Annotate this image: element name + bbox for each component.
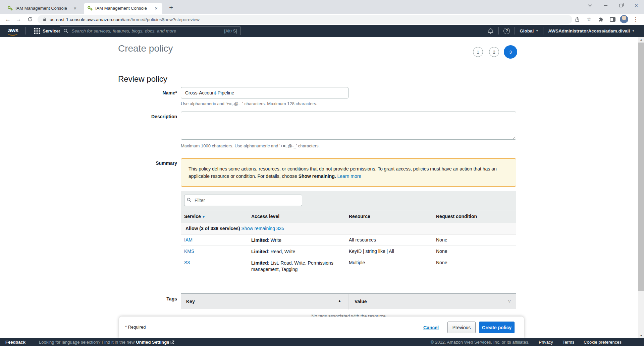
sort-descending-icon[interactable]: ▽ bbox=[508, 299, 511, 303]
services-label: Services bbox=[43, 28, 61, 33]
minimize-button[interactable] bbox=[598, 0, 613, 11]
scroll-down-arrow[interactable]: ▼ bbox=[638, 333, 644, 338]
column-header-service[interactable]: Service ▼ bbox=[184, 214, 205, 219]
cookie-preferences-link[interactable]: Cookie preferences bbox=[584, 340, 622, 345]
url-bar[interactable]: us-east-1.console.aws.amazon.com/iam/hom… bbox=[38, 15, 572, 24]
region-selector[interactable]: Global ▼ bbox=[515, 25, 543, 37]
url-domain: us-east-1.console.aws.amazon.com bbox=[50, 17, 122, 22]
resource-cell: All resources bbox=[349, 237, 376, 243]
learn-more-link[interactable]: Learn more bbox=[337, 174, 362, 179]
tab-search-icon[interactable] bbox=[582, 0, 598, 11]
side-panel-icon[interactable] bbox=[608, 15, 617, 24]
nav-right-cluster: ? Global ▼ AWSAdministratorAccess/adam.d… bbox=[483, 25, 639, 37]
profile-avatar[interactable] bbox=[620, 15, 628, 23]
allow-group-row: Allow (3 of 338 services) Show remaining… bbox=[181, 223, 516, 234]
warning-bold-text: Show remaining. bbox=[299, 174, 336, 179]
tab-close-icon[interactable]: × bbox=[72, 6, 78, 11]
terms-link[interactable]: Terms bbox=[562, 340, 574, 345]
tab-close-icon[interactable]: × bbox=[153, 6, 159, 11]
share-icon[interactable] bbox=[573, 15, 582, 24]
column-header-resource[interactable]: Resource bbox=[349, 214, 370, 219]
service-link-kms[interactable]: KMS bbox=[184, 249, 194, 254]
account-menu[interactable]: AWSAdministratorAccess/adam.divall ▼ bbox=[543, 25, 639, 37]
forward-button[interactable]: → bbox=[14, 15, 23, 24]
policy-description-textarea[interactable] bbox=[181, 112, 516, 140]
table-row: KMS Limited: Read, Write KeyID | string … bbox=[181, 246, 516, 257]
sort-ascending-icon[interactable]: ▲ bbox=[338, 299, 341, 303]
search-shortcut: [Alt+S] bbox=[224, 28, 237, 33]
browser-menu-icon[interactable]: ⋮ bbox=[631, 15, 640, 24]
table-header-row: Service ▼ Access level Resource Request … bbox=[181, 210, 516, 223]
aws-search-box[interactable]: Search for services, features, blogs, do… bbox=[60, 26, 241, 35]
tab-title: IAM Management Console bbox=[95, 6, 153, 11]
browser-tab-2-active[interactable]: IAM Management Console × bbox=[84, 3, 162, 14]
url-text: us-east-1.console.aws.amazon.com/iam/hom… bbox=[50, 17, 200, 22]
section-title: Review policy bbox=[118, 74, 167, 84]
tags-value-header[interactable]: Value bbox=[355, 299, 367, 304]
aws-top-nav: aws Services Search for services, featur… bbox=[0, 25, 644, 37]
required-note: * Required bbox=[125, 325, 146, 330]
extensions-puzzle-icon[interactable] bbox=[596, 15, 605, 24]
column-header-access-level[interactable]: Access level bbox=[251, 214, 279, 219]
lock-icon[interactable] bbox=[42, 17, 47, 22]
tab-title: IAM Management Console bbox=[15, 6, 72, 11]
show-remaining-link[interactable]: Show remaining 335 bbox=[241, 226, 284, 231]
restore-button[interactable] bbox=[613, 0, 629, 11]
browser-tab-1[interactable]: IAM Management Console × bbox=[4, 3, 81, 14]
region-label: Global bbox=[520, 28, 534, 33]
notifications-bell-icon[interactable] bbox=[483, 25, 498, 37]
policy-name-input[interactable] bbox=[181, 87, 348, 98]
column-header-request-condition[interactable]: Request condition bbox=[436, 214, 477, 219]
tags-key-header[interactable]: Key bbox=[186, 299, 195, 304]
allow-group-label: Allow (3 of 338 services) bbox=[185, 226, 240, 231]
tab-strip: IAM Management Console × IAM Management … bbox=[0, 0, 644, 14]
privacy-link[interactable]: Privacy bbox=[539, 340, 553, 345]
search-icon bbox=[187, 198, 192, 202]
create-policy-button[interactable]: Create policy bbox=[479, 322, 515, 333]
chevron-down-icon: ▼ bbox=[536, 29, 538, 32]
wizard-action-bar: * Required Cancel Previous Create policy bbox=[119, 317, 524, 338]
wizard-step-3-active[interactable]: 3 bbox=[504, 45, 517, 59]
access-level-cell: Limited: List, Read, Write, Permissions … bbox=[251, 260, 342, 273]
scroll-up-arrow[interactable]: ▲ bbox=[638, 37, 644, 42]
page-scrollbar[interactable]: ▲ ▼ bbox=[638, 37, 644, 338]
bookmark-star-icon[interactable]: ☆ bbox=[585, 15, 593, 24]
help-icon: ? bbox=[503, 28, 510, 34]
grid-icon bbox=[34, 28, 40, 34]
filter-input[interactable] bbox=[184, 195, 302, 206]
reload-button[interactable] bbox=[25, 15, 35, 24]
scrollbar-thumb[interactable] bbox=[638, 43, 644, 291]
permissions-warning-box: This policy defines some actions, resour… bbox=[181, 158, 516, 187]
resource-cell: Multiple bbox=[349, 260, 365, 265]
summary-label: Summary bbox=[118, 160, 177, 166]
iam-key-favicon bbox=[7, 6, 13, 11]
wizard-step-2[interactable]: 2 bbox=[489, 47, 499, 57]
window-controls: × bbox=[582, 0, 644, 11]
iam-key-favicon bbox=[87, 6, 93, 11]
condition-cell: None bbox=[436, 249, 447, 254]
browser-toolbar-icons: ☆ ⋮ bbox=[573, 14, 640, 25]
previous-button[interactable]: Previous bbox=[447, 322, 476, 333]
aws-logo[interactable]: aws bbox=[8, 27, 18, 36]
help-menu[interactable]: ? bbox=[499, 25, 515, 37]
footer-links: © 2022, Amazon Web Services, Inc. or its… bbox=[431, 340, 622, 345]
access-level-cell: Limited: Write bbox=[251, 237, 342, 244]
url-path: /iam/home#/policies$new?step=review bbox=[122, 17, 200, 22]
table-row: S3 Limited: List, Read, Write, Permissio… bbox=[181, 257, 516, 275]
search-icon bbox=[63, 28, 68, 33]
close-window-button[interactable]: × bbox=[629, 0, 644, 11]
wizard-step-1[interactable]: 1 bbox=[473, 47, 483, 57]
unified-settings-link[interactable]: Unified Settings bbox=[136, 340, 169, 345]
language-note: Looking for language selection? Find it … bbox=[39, 340, 174, 345]
service-link-s3[interactable]: S3 bbox=[184, 260, 190, 265]
nav-divider bbox=[25, 27, 26, 34]
service-link-iam[interactable]: IAM bbox=[184, 237, 193, 243]
account-label: AWSAdministratorAccess/adam.divall bbox=[548, 28, 630, 33]
cancel-button[interactable]: Cancel bbox=[423, 325, 439, 330]
access-level-cell: Limited: Read, Write bbox=[251, 249, 342, 255]
feedback-link[interactable]: Feedback bbox=[5, 340, 25, 345]
new-tab-button[interactable]: + bbox=[166, 3, 176, 13]
back-button[interactable]: ← bbox=[3, 15, 12, 24]
table-row: IAM Limited: Write All resources None bbox=[181, 234, 516, 246]
page-title: Create policy bbox=[118, 43, 173, 54]
